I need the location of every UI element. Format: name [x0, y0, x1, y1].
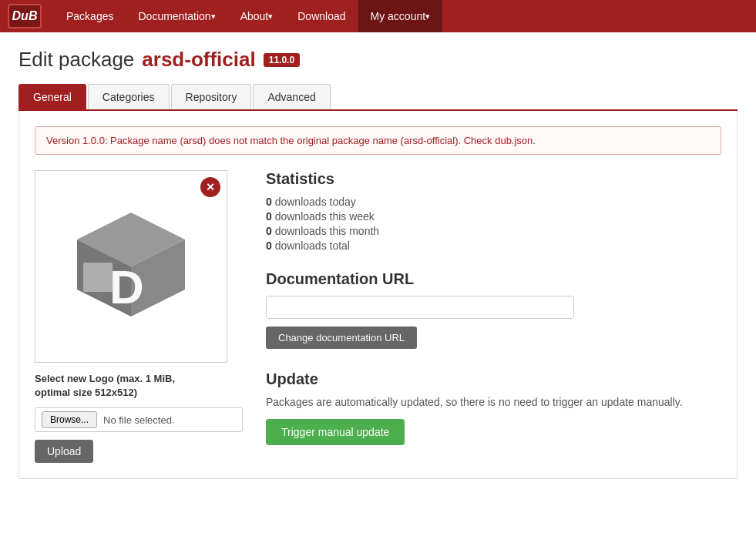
stat-text-today: downloads today: [275, 196, 356, 208]
navbar: DuB Packages Documentation About Downloa…: [0, 0, 756, 32]
alert-warning: Version 1.0.0: Package name (arsd) does …: [35, 126, 721, 155]
logo-label-text: Select new Logo (max. 1 MiB,optimal size…: [35, 373, 175, 398]
change-doc-url-button[interactable]: Change documentation URL: [266, 327, 417, 349]
stat-text-month: downloads this month: [275, 225, 379, 237]
upload-button[interactable]: Upload: [35, 440, 93, 463]
logo-label: Select new Logo (max. 1 MiB,optimal size…: [35, 372, 243, 400]
stat-count-month: 0: [266, 225, 272, 237]
stat-text-total: downloads total: [275, 240, 350, 252]
svg-rect-4: [83, 263, 113, 292]
stat-count-total: 0: [266, 240, 272, 252]
stat-downloads-today: 0 downloads today: [266, 196, 721, 208]
svg-text:D: D: [109, 260, 144, 313]
documentation-url-section: Documentation URL Change documentation U…: [266, 270, 721, 349]
statistics-title: Statistics: [266, 170, 721, 188]
doc-url-input[interactable]: [266, 296, 574, 319]
stat-text-week: downloads this week: [275, 210, 375, 223]
update-title: Update: [266, 370, 721, 388]
nav-item-my-account[interactable]: My account: [358, 0, 443, 32]
tabs: General Categories Repository Advanced: [18, 84, 738, 111]
update-description: Packages are automatically updated, so t…: [266, 396, 721, 408]
remove-logo-button[interactable]: ✕: [200, 177, 220, 197]
stat-downloads-month: 0 downloads this month: [266, 225, 721, 237]
nav-logo[interactable]: DuB: [8, 4, 42, 28]
tab-advanced[interactable]: Advanced: [253, 84, 330, 109]
trigger-update-button[interactable]: Trigger manual update: [266, 419, 405, 445]
update-section: Update Packages are automatically update…: [266, 370, 721, 445]
tab-content-general: Version 1.0.0: Package name (arsd) does …: [18, 111, 738, 479]
stat-downloads-week: 0 downloads this week: [266, 210, 721, 223]
page-title: Edit package arsd-official 11.0.0: [18, 48, 738, 72]
doc-url-title: Documentation URL: [266, 270, 721, 288]
file-input-row: Browse... No file selected.: [35, 407, 243, 432]
statistics-section: Statistics 0 downloads today 0 downloads…: [266, 170, 721, 252]
stat-count-today: 0: [266, 196, 272, 208]
version-badge: 11.0.0: [264, 53, 300, 67]
tab-repository[interactable]: Repository: [171, 84, 252, 109]
page-content: Edit package arsd-official 11.0.0 Genera…: [0, 32, 756, 494]
tab-general[interactable]: General: [18, 84, 86, 109]
package-logo-image: D: [62, 197, 200, 336]
nav-item-documentation[interactable]: Documentation: [126, 0, 227, 32]
title-prefix: Edit package: [18, 48, 134, 72]
tab-categories[interactable]: Categories: [88, 84, 170, 109]
logo-box: ✕ D: [35, 170, 227, 363]
file-no-selected: No file selected.: [103, 414, 175, 426]
alert-message: Version 1.0.0: Package name (arsd) does …: [46, 135, 536, 146]
browse-button[interactable]: Browse...: [42, 411, 97, 428]
col-right: Statistics 0 downloads today 0 downloads…: [266, 170, 721, 463]
nav-items: Packages Documentation About Download My…: [54, 0, 748, 32]
package-name: arsd-official: [142, 48, 255, 72]
stat-count-week: 0: [266, 210, 272, 223]
col-left: ✕ D: [35, 170, 243, 463]
nav-item-about[interactable]: About: [228, 0, 286, 32]
nav-item-download[interactable]: Download: [285, 0, 358, 32]
stat-downloads-total: 0 downloads total: [266, 240, 721, 252]
two-column-layout: ✕ D: [35, 170, 721, 463]
nav-item-packages[interactable]: Packages: [54, 0, 126, 32]
logo-text: DuB: [12, 9, 38, 23]
